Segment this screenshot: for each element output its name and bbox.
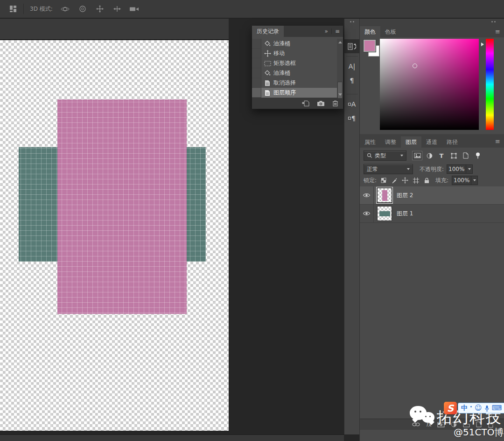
history-item[interactable]: 取消选择 xyxy=(252,78,337,88)
character-styles-panel-icon[interactable]: A xyxy=(344,97,360,111)
tab-swatches[interactable]: 色板 xyxy=(380,26,401,37)
layer-row-selected[interactable]: 图层 2 xyxy=(360,186,504,205)
layer-visibility-toggle[interactable] xyxy=(360,186,374,204)
history-dock-icon[interactable] xyxy=(344,39,360,53)
lock-artboard-icon[interactable] xyxy=(412,178,420,184)
history-item[interactable]: 油漆桶 xyxy=(252,39,337,49)
paragraph-styles-panel-icon[interactable]: ¶ xyxy=(344,111,360,125)
history-item-selected[interactable]: 图层顺序 xyxy=(252,88,337,98)
delete-state-trash-icon[interactable] xyxy=(332,100,338,107)
history-brush-source-checkbox[interactable] xyxy=(252,49,261,58)
history-panel-tabbar: 历史记录 » ≡ xyxy=(252,26,343,37)
3d-roll-icon[interactable] xyxy=(77,3,89,15)
3d-camera-icon[interactable] xyxy=(128,3,140,15)
opacity-value[interactable]: 100% xyxy=(447,164,466,174)
blend-mode-dropdown[interactable]: 正常 xyxy=(364,164,413,174)
dock-drag-handle[interactable] xyxy=(350,21,354,22)
collapse-panel-icon[interactable]: » xyxy=(325,28,328,35)
history-brush-source-checkbox[interactable] xyxy=(252,39,261,49)
workspace-layout-icon[interactable] xyxy=(9,5,17,13)
layer-row[interactable]: 图层 1 xyxy=(360,205,504,223)
ime-microphone-icon[interactable] xyxy=(485,405,489,412)
history-menu-icon[interactable]: ≡ xyxy=(335,28,340,35)
canvas[interactable] xyxy=(0,40,229,431)
layers-panel-menu-icon[interactable]: ≡ xyxy=(495,138,500,145)
history-item-label: 取消选择 xyxy=(273,79,296,87)
filter-type-label: 类型 xyxy=(375,152,398,160)
fill-chevron[interactable] xyxy=(471,176,478,185)
filter-adjustment-layers-icon[interactable] xyxy=(424,151,434,160)
filter-toggle-pin-icon[interactable] xyxy=(473,151,483,160)
character-panel-icon[interactable]: A| xyxy=(344,59,360,73)
panel-group-header xyxy=(360,19,504,26)
tab-channels[interactable]: 通道 xyxy=(421,136,442,148)
3d-slide-icon[interactable] xyxy=(111,3,123,15)
lock-image-pixels-icon[interactable] xyxy=(391,178,398,184)
new-document-from-state-icon[interactable] xyxy=(302,100,309,107)
foreground-color-swatch[interactable] xyxy=(364,40,376,52)
layer-visibility-toggle[interactable] xyxy=(360,205,374,222)
scroll-down-icon[interactable] xyxy=(338,93,342,96)
color-panel-menu-icon[interactable]: ≡ xyxy=(495,28,500,35)
tab-adjustments[interactable]: 调整 xyxy=(380,136,401,148)
history-item-label: 矩形选框 xyxy=(273,59,296,67)
layer-filter-type-dropdown[interactable]: 类型 xyxy=(364,150,406,161)
fill-value[interactable]: 100% xyxy=(452,176,471,185)
history-item[interactable]: 移动 xyxy=(252,49,337,58)
ime-toolbar: S 中 ☺ ⌨ xyxy=(444,402,504,414)
tabbar-separator xyxy=(331,28,332,34)
lock-label: 锁定: xyxy=(364,177,377,185)
options-bar: 3D 模式: xyxy=(0,0,504,19)
filter-pixel-layers-icon[interactable] xyxy=(412,151,422,160)
new-snapshot-camera-icon[interactable] xyxy=(317,100,325,107)
chevron-down-icon xyxy=(400,155,403,156)
paragraph-panel-icon[interactable]: ¶ xyxy=(344,73,360,87)
scroll-up-icon[interactable] xyxy=(338,41,342,43)
hue-slider[interactable] xyxy=(486,39,494,130)
3d-pan-icon[interactable] xyxy=(94,3,106,15)
lock-position-icon[interactable] xyxy=(401,177,409,184)
paint-bucket-icon xyxy=(261,70,273,77)
sogou-logo[interactable]: S xyxy=(444,402,457,414)
history-tab[interactable]: 历史记录 xyxy=(252,26,284,37)
ime-keyboard-icon[interactable]: ⌨ xyxy=(492,405,502,412)
history-item[interactable]: 油漆桶 xyxy=(252,68,337,78)
tab-layers[interactable]: 图层 xyxy=(401,136,421,148)
lock-all-icon[interactable] xyxy=(423,178,430,184)
lock-transparent-pixels-icon[interactable] xyxy=(380,178,387,183)
photoshop-window: 3D 模式: 历史记录 xyxy=(0,0,504,441)
fill-label: 填充: xyxy=(435,177,448,185)
layer-thumbnail[interactable] xyxy=(377,188,392,203)
history-item[interactable]: 矩形选框 xyxy=(252,58,337,68)
panel-drag-handle[interactable] xyxy=(491,21,496,22)
tab-paths[interactable]: 路径 xyxy=(442,136,462,148)
filter-shape-layers-icon[interactable] xyxy=(448,151,459,160)
history-item-label: 移动 xyxy=(273,50,285,57)
marquee-icon xyxy=(261,61,273,66)
ime-emoji-icon[interactable]: ☺ xyxy=(475,405,482,412)
tab-color[interactable]: 颜色 xyxy=(360,26,380,37)
layer-thumbnail[interactable] xyxy=(377,206,392,221)
history-brush-source-checkbox[interactable] xyxy=(252,58,261,68)
tab-properties[interactable]: 属性 xyxy=(360,136,380,148)
layers-panel-tabbar: 属性 调整 图层 通道 路径 ≡ xyxy=(360,134,504,148)
filter-smart-object-icon[interactable] xyxy=(461,151,471,160)
ime-language-toggle[interactable]: 中 xyxy=(461,404,468,413)
history-brush-source-checkbox[interactable] xyxy=(252,78,261,88)
color-field-cursor[interactable] xyxy=(413,64,417,68)
layer-name[interactable]: 图层 1 xyxy=(397,210,413,218)
saturation-brightness-field[interactable] xyxy=(380,39,479,130)
filter-type-layers-icon[interactable]: T xyxy=(436,151,447,160)
scrollbar-thumb[interactable] xyxy=(337,82,343,99)
hue-slider-pointer[interactable] xyxy=(481,43,484,46)
history-scrollbar[interactable] xyxy=(337,39,343,98)
document-tab-strip xyxy=(0,19,229,40)
opacity-chevron[interactable] xyxy=(466,164,473,174)
history-brush-source-checkbox[interactable] xyxy=(252,88,261,98)
history-item-label: 油漆桶 xyxy=(273,40,290,48)
history-brush-source-checkbox[interactable] xyxy=(252,68,261,78)
move-icon xyxy=(261,50,273,57)
layer-name[interactable]: 图层 2 xyxy=(397,192,413,199)
3d-orbit-icon[interactable] xyxy=(59,3,71,15)
history-panel: 历史记录 » ≡ 油漆桶 移动 xyxy=(252,26,343,109)
